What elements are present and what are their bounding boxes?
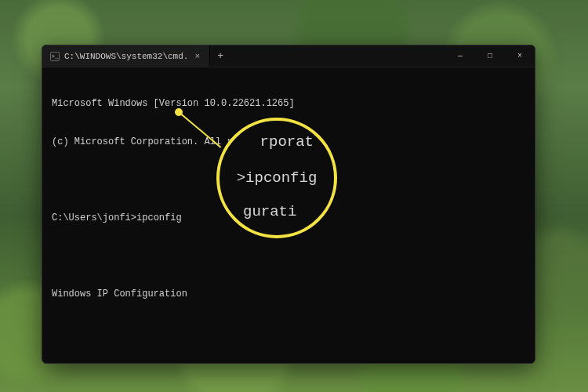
tab-title: C:\WINDOWS\system32\cmd. (64, 52, 188, 61)
cmd-icon: >_ (50, 52, 60, 61)
blank-line (52, 250, 525, 263)
window-titlebar: >_ C:\WINDOWS\system32\cmd. × + — □ × (42, 45, 535, 67)
desktop-wallpaper: >_ C:\WINDOWS\system32\cmd. × + — □ × Mi… (0, 0, 588, 392)
maximize-button[interactable]: □ (475, 45, 505, 67)
window-tab-cmd[interactable]: >_ C:\WINDOWS\system32\cmd. × (42, 45, 210, 67)
magnifier-callout: rporat >ipconfig gurati (216, 118, 337, 238)
magnifier-main-text: >ipconfig (237, 168, 318, 189)
tab-close-button[interactable]: × (193, 52, 201, 61)
blank-line (52, 326, 525, 339)
new-tab-button[interactable]: + (210, 45, 230, 67)
titlebar-spacer (230, 45, 445, 67)
magnifier-fragment-top: rporat (260, 132, 314, 153)
prompt: C:\Users\jonfi> (52, 212, 136, 223)
version-line: Microsoft Windows [Version 10.0.22621.12… (52, 97, 525, 110)
magnifier-fragment-bottom: gurati (243, 201, 296, 223)
minimize-button[interactable]: — (445, 45, 475, 67)
ipconfig-header: Windows IP Configuration (52, 288, 525, 300)
close-button[interactable]: × (505, 45, 535, 67)
typed-command: ipconfig (136, 212, 182, 223)
